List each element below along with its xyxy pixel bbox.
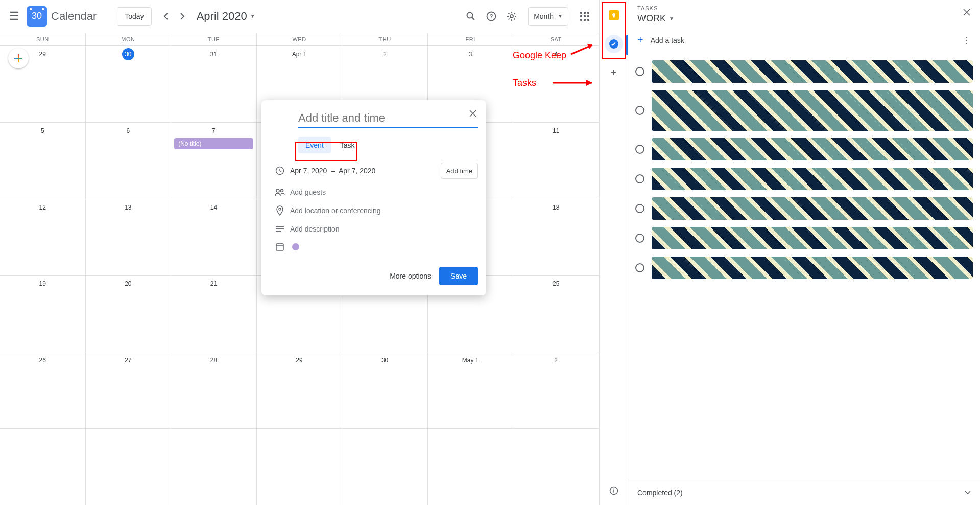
completed-section[interactable]: Completed (2) xyxy=(628,480,980,505)
task-item[interactable] xyxy=(635,168,973,190)
task-thumbnail xyxy=(652,60,973,83)
today-button[interactable]: Today xyxy=(117,7,151,26)
day-header-cell: WED xyxy=(257,33,343,45)
calendar-cell[interactable]: 20 xyxy=(86,276,172,352)
calendar-cell[interactable]: 4 xyxy=(513,46,599,122)
calendar-cell[interactable] xyxy=(513,429,599,505)
calendar-cell[interactable]: 18 xyxy=(513,199,599,276)
day-header-cell: TUE xyxy=(171,33,257,45)
calendar-cell[interactable]: 30 xyxy=(86,46,172,122)
calendar-cell[interactable]: 31 xyxy=(171,46,257,122)
task-checkbox[interactable] xyxy=(635,234,644,243)
save-button[interactable]: Save xyxy=(439,267,478,285)
title-input[interactable] xyxy=(298,108,478,128)
day-header-cell: SAT xyxy=(513,33,599,45)
task-thumbnail xyxy=(652,168,973,190)
side-rail: + xyxy=(599,0,628,505)
calendar-cell[interactable]: 14 xyxy=(171,199,257,276)
task-item[interactable] xyxy=(635,197,973,220)
task-item[interactable] xyxy=(635,60,973,83)
calendar-cell[interactable]: 27 xyxy=(86,352,172,428)
add-guests-button[interactable]: Add guests xyxy=(290,188,326,196)
calendar-cell[interactable] xyxy=(342,429,428,505)
svg-point-14 xyxy=(276,189,279,192)
info-button[interactable] xyxy=(605,481,623,500)
task-checkbox[interactable] xyxy=(635,263,644,272)
tab-event[interactable]: Event xyxy=(298,137,331,153)
apps-icon xyxy=(580,12,589,21)
task-checkbox[interactable] xyxy=(635,106,644,115)
calendar-color-dot[interactable] xyxy=(292,243,299,250)
task-thumbnail xyxy=(652,197,973,220)
svg-rect-20 xyxy=(276,244,283,250)
settings-button[interactable] xyxy=(501,6,522,27)
calendar-cell[interactable]: 26 xyxy=(0,352,86,428)
caret-down-icon: ▼ xyxy=(558,13,563,19)
task-checkbox[interactable] xyxy=(635,67,644,76)
close-button[interactable] xyxy=(465,105,481,122)
calendar-cell[interactable]: May 1 xyxy=(428,352,514,428)
calendar-cell[interactable] xyxy=(171,429,257,505)
month-label[interactable]: April 2020 ▼ xyxy=(197,10,255,23)
task-thumbnail xyxy=(652,257,973,279)
calendar-cell[interactable]: 6 xyxy=(86,123,172,199)
add-location-button[interactable]: Add location or conferencing xyxy=(290,206,380,215)
apps-button[interactable] xyxy=(575,6,595,27)
calendar-cell[interactable] xyxy=(86,429,172,505)
day-header-cell: SUN xyxy=(0,33,86,45)
menu-button[interactable]: ☰ xyxy=(4,6,25,27)
task-item[interactable] xyxy=(635,90,973,131)
task-thumbnail xyxy=(652,227,973,249)
task-checkbox[interactable] xyxy=(635,204,644,213)
add-description-button[interactable]: Add description xyxy=(290,225,340,233)
calendar-cell[interactable] xyxy=(257,429,343,505)
event-popover: Event Task Apr 7, 2020 – Apr 7, 2020 Add… xyxy=(261,100,486,295)
task-checkbox[interactable] xyxy=(635,174,644,183)
svg-line-1 xyxy=(472,17,475,20)
view-selector[interactable]: Month ▼ xyxy=(528,7,568,26)
task-thumbnail xyxy=(652,138,973,160)
calendar-cell[interactable]: 12 xyxy=(0,199,86,276)
calendar-cell[interactable]: 29 xyxy=(0,46,86,122)
tasks-panel: TASKS WORK ▼ + Add a task ⋮ Completed (2… xyxy=(628,0,980,505)
prev-month-button[interactable] xyxy=(158,8,174,25)
tasks-list-selector[interactable]: WORK ▼ xyxy=(637,13,971,24)
help-button[interactable]: ? xyxy=(481,6,501,27)
caret-down-icon: ▼ xyxy=(250,13,255,19)
close-tasks-button[interactable] xyxy=(959,4,975,20)
calendar-cell[interactable]: 30 xyxy=(342,352,428,428)
date-range[interactable]: Apr 7, 2020 – Apr 7, 2020 xyxy=(290,167,375,175)
event-bar[interactable]: (No title) xyxy=(174,138,253,149)
calendar-cell[interactable]: 13 xyxy=(86,199,172,276)
search-button[interactable] xyxy=(461,6,481,27)
add-task-button[interactable]: + Add a task ⋮ xyxy=(628,27,980,53)
add-addon-button[interactable]: + xyxy=(605,63,623,82)
calendar-logo: 30 xyxy=(27,6,47,27)
create-fab[interactable] xyxy=(8,48,29,68)
calendar-cell[interactable]: 29 xyxy=(257,352,343,428)
task-item[interactable] xyxy=(635,227,973,249)
annotation-box xyxy=(602,2,626,59)
svg-point-16 xyxy=(279,208,281,210)
task-item[interactable] xyxy=(635,138,973,160)
task-item[interactable] xyxy=(635,257,973,279)
tab-task[interactable]: Task xyxy=(333,137,362,153)
calendar-cell[interactable]: 5 xyxy=(0,123,86,199)
calendar-cell[interactable]: 19 xyxy=(0,276,86,352)
plus-icon: + xyxy=(637,34,643,46)
calendar-cell[interactable]: 2 xyxy=(513,352,599,428)
calendar-cell[interactable]: 21 xyxy=(171,276,257,352)
add-time-button[interactable]: Add time xyxy=(441,163,478,179)
next-month-button[interactable] xyxy=(174,8,190,25)
more-options-button[interactable]: More options xyxy=(390,272,431,280)
task-thumbnail xyxy=(652,90,973,131)
calendar-cell[interactable]: 25 xyxy=(513,276,599,352)
calendar-cell[interactable] xyxy=(0,429,86,505)
calendar-cell[interactable]: 28 xyxy=(171,352,257,428)
calendar-cell[interactable]: 11 xyxy=(513,123,599,199)
task-checkbox[interactable] xyxy=(635,145,644,154)
clock-icon xyxy=(270,166,290,175)
calendar-cell[interactable]: 7(No title) xyxy=(171,123,257,199)
calendar-cell[interactable] xyxy=(428,429,514,505)
tasks-menu-button[interactable]: ⋮ xyxy=(962,35,971,46)
